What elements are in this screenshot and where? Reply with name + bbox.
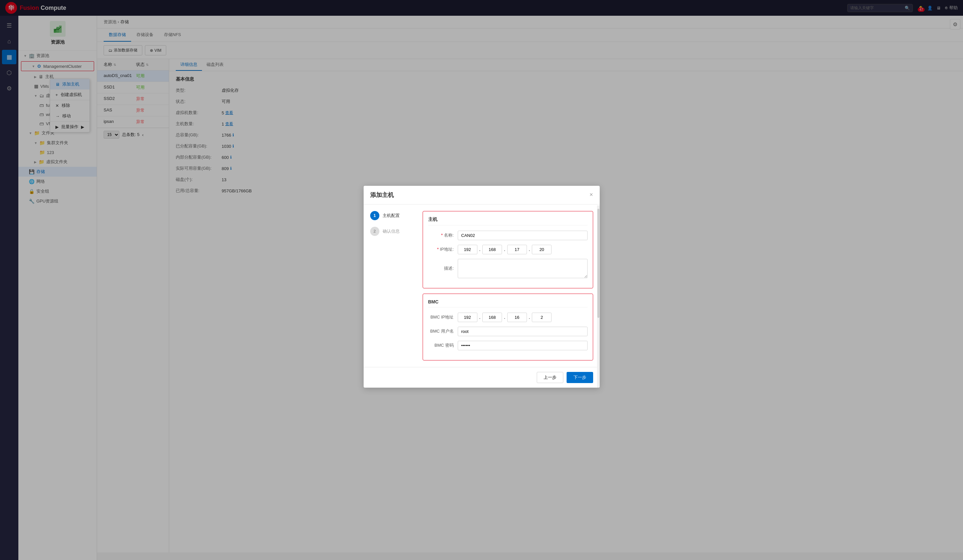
ip-dot-1: . [504,247,505,252]
ip-label: IP地址: [428,246,458,252]
bmc-ip-dot-2: . [529,315,530,320]
ip-seg-0[interactable] [458,245,477,254]
step-2: 2 确认信息 [370,227,416,236]
bmc-user-input[interactable] [458,327,588,336]
add-host-modal: 添加主机 × 1 主机配置 2 确认信息 [364,186,600,388]
ip-seg-1[interactable] [482,245,502,254]
host-section-box: 主机 名称: IP地址: . . . [423,211,593,288]
desc-row: 描述: [428,259,588,278]
modal-scrollbar [597,206,600,388]
modal-overlay[interactable]: 添加主机 × 1 主机配置 2 确认信息 [0,0,963,560]
name-label: 名称: [428,232,458,238]
bmc-ip-dot-1: . [504,315,505,320]
name-row: 名称: [428,231,588,240]
ip-row: IP地址: . . . [428,245,588,254]
desc-input[interactable] [458,259,588,278]
step-1: 1 主机配置 [370,211,416,220]
bmc-ip-seg-1[interactable] [482,312,502,322]
bmc-ip-row: BMC IP地址 . . . [428,312,588,322]
ip-seg-2[interactable] [507,245,527,254]
bmc-user-row: BMC 用户名 [428,327,588,336]
prev-step-button[interactable]: 上一步 [537,372,563,383]
bmc-pwd-input[interactable] [458,341,588,350]
bmc-pwd-label: BMC 密码 [428,342,458,348]
bmc-pwd-row: BMC 密码 [428,341,588,350]
bmc-section-title: BMC [428,299,588,308]
bmc-ip-seg-3[interactable] [532,312,551,322]
bmc-ip-dot-0: . [479,315,481,320]
scrollbar-thumb [597,209,599,318]
ip-dot-0: . [479,247,481,252]
bmc-ip-seg-2[interactable] [507,312,527,322]
modal-header: 添加主机 × [364,186,600,204]
ip-dot-2: . [529,247,530,252]
modal-steps: 1 主机配置 2 确认信息 [370,211,416,361]
modal-footer: 上一步 下一步 [364,367,600,388]
step-circle-2: 2 [370,227,379,236]
modal-body: 1 主机配置 2 确认信息 主机 名称: [364,204,600,367]
next-step-button[interactable]: 下一步 [567,372,593,383]
host-section-title: 主机 [428,217,588,225]
modal-title: 添加主机 [370,191,394,199]
bmc-ip-input-group: . . . [458,312,588,322]
bmc-section-box: BMC BMC IP地址 . . . [423,294,593,361]
modal-form: 主机 名称: IP地址: . . . [423,211,593,361]
bmc-ip-seg-0[interactable] [458,312,477,322]
ip-input-group: . . . [458,245,588,254]
bmc-user-label: BMC 用户名 [428,329,458,334]
ip-seg-3[interactable] [532,245,551,254]
step-circle-1: 1 [370,211,379,220]
bmc-ip-label: BMC IP地址 [428,314,458,320]
modal-close-button[interactable]: × [590,191,593,198]
step-label-2: 确认信息 [383,228,400,234]
name-input[interactable] [458,231,588,240]
desc-label: 描述: [428,265,458,271]
step-label-1: 主机配置 [383,213,400,218]
